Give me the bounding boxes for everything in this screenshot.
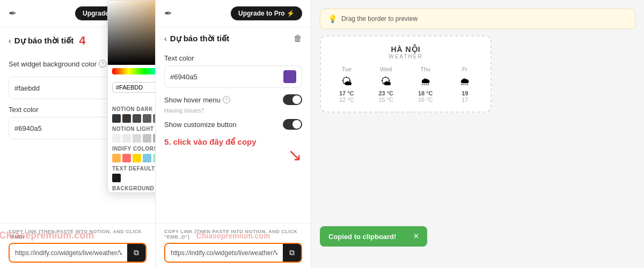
swatch-ic-4[interactable] — [143, 154, 151, 162]
having-issues-text: Having issues? — [164, 107, 302, 114]
step5-arrow: ↘ — [164, 145, 302, 165]
customize-btn-toggle[interactable] — [283, 119, 302, 130]
hex-label: HEX — [108, 96, 156, 102]
color-gradient[interactable] — [108, 1, 156, 65]
swatch-nl-3[interactable] — [133, 134, 141, 143]
day-temps-tue: 17 °C 12 °C — [330, 90, 364, 103]
text-color-value-right: #6940a5 — [170, 73, 279, 81]
color-hue-strip[interactable] — [112, 68, 156, 75]
hover-menu-toggle[interactable] — [283, 94, 302, 105]
left-panel: ✒ Upgrade to Pro ⚡ ‹ Dự báo thời tiết 4 … — [0, 0, 156, 268]
day-low-fr: 17 — [448, 96, 482, 103]
hover-menu-row: Show hover menu ? — [164, 94, 302, 105]
text-color-field-right[interactable]: #6940a5 — [164, 65, 302, 88]
day-icon-wed: 🌤 — [369, 76, 404, 88]
customize-btn-label: Show customize button — [164, 121, 236, 129]
logo-icon-left: ✒ — [9, 8, 17, 19]
weather-day-fr: Fr 🌧 19 17 — [448, 66, 482, 103]
copy-link-label-right: COPY LINK (THEN PASTE INTO NOTION, AND C… — [164, 229, 302, 240]
trash-icon[interactable]: 🗑 — [294, 34, 302, 43]
bg-color-label: Set widget background color ? — [9, 60, 106, 68]
swatch-nd-2[interactable] — [122, 114, 131, 123]
preview-tip: 💡 Drag the border to preview — [320, 9, 635, 29]
copied-toast: Copied to clipboard! × — [320, 226, 427, 247]
day-temps-thu: 18 °C 16 °C — [408, 90, 443, 103]
copy-link-row-left: ⧉ — [9, 243, 147, 263]
preview-panel: 💡 Drag the border to preview HÀ NỘI WEAT… — [311, 0, 644, 268]
weather-day-thu: Thu 🌧 18 °C 16 °C — [408, 66, 443, 103]
right-panel-content: Text color #6940a5 Show hover menu ? Hav… — [156, 48, 311, 223]
copy-link-btn-right[interactable]: ⧉ — [283, 244, 301, 262]
day-low-tue: 12 °C — [330, 96, 364, 103]
swatch-ic-1[interactable] — [112, 154, 121, 162]
day-icon-tue: 🌤 — [330, 76, 364, 88]
text-color-label-right: Text color — [164, 54, 302, 62]
day-temps-fr: 19 17 — [448, 90, 482, 103]
copy-link-row-right: ⧉ — [164, 243, 302, 263]
weather-city: HÀ NỘI — [330, 45, 482, 54]
hover-menu-label: Show hover menu ? — [164, 96, 230, 104]
copy-link-label-left: COPY LINK (THEN PASTE INTO NOTION, AND C… — [9, 229, 147, 240]
day-label-tue: Tue — [330, 66, 364, 72]
indify-colors-label: INDIFY COLORS — [108, 144, 156, 153]
copy-link-input-right[interactable] — [165, 245, 283, 261]
hover-menu-info-icon[interactable]: ? — [223, 96, 230, 103]
text-defaults-label: TEXT DEFAULTS — [108, 163, 156, 173]
day-label-wed: Wed — [369, 66, 404, 72]
copied-text: Copied to clipboard! — [328, 233, 396, 241]
notion-dark-swatches — [108, 113, 156, 124]
copy-link-section-left: COPY LINK (THEN PASTE INTO NOTION, AND C… — [0, 223, 155, 268]
upgrade-btn-right[interactable]: Upgrade to Pro ⚡ — [231, 6, 302, 20]
day-icon-fr: 🌧 — [448, 76, 482, 88]
text-color-swatch-right — [283, 70, 296, 83]
swatch-nd-1[interactable] — [112, 114, 121, 123]
day-high-wed: 23 °C — [369, 90, 404, 96]
day-temps-wed: 23 °C 15 °C — [369, 90, 404, 103]
breadcrumb-right: ‹ Dự báo thời tiết 🗑 — [156, 27, 311, 48]
day-high-tue: 17 °C — [330, 90, 364, 96]
copy-link-section-right: COPY LINK (THEN PASTE INTO NOTION, AND C… — [156, 223, 311, 268]
right-settings-panel: ✒ Upgrade to Pro ⚡ ‹ Dự báo thời tiết 🗑 … — [156, 0, 311, 268]
color-hex-input[interactable] — [112, 82, 156, 93]
swatch-td-1[interactable] — [112, 174, 121, 182]
step-number: 4 — [79, 34, 85, 48]
day-low-wed: 15 °C — [369, 96, 404, 103]
swatch-ic-3[interactable] — [133, 154, 141, 162]
page-title-left: Dự báo thời tiết — [14, 36, 74, 46]
weather-day-wed: Wed 🌤 23 °C 15 °C — [369, 66, 404, 103]
indify-swatches — [108, 153, 156, 163]
notion-dark-label: NOTION DARK — [108, 104, 156, 113]
weather-widget: HÀ NỘI WEATHER Tue 🌤 17 °C 12 °C Wed 🌤 2… — [320, 35, 492, 113]
weather-day-tue: Tue 🌤 17 °C 12 °C — [330, 66, 364, 103]
day-low-thu: 16 °C — [408, 96, 443, 103]
swatch-nd-3[interactable] — [133, 114, 141, 123]
notion-light-swatches — [108, 133, 156, 144]
bg-color-info-icon[interactable]: ? — [99, 60, 106, 68]
back-arrow-right[interactable]: ‹ — [164, 34, 167, 43]
tip-text: Drag the border to preview — [341, 15, 418, 23]
day-high-thu: 18 °C — [408, 90, 443, 96]
bg-defaults-label: BACKGROUND DEFAULTS — [108, 183, 156, 192]
swatch-nl-4[interactable] — [143, 134, 151, 143]
text-default-swatches — [108, 173, 156, 183]
color-hex-wrap: ⌃⌄ — [108, 78, 156, 96]
notion-light-label: NOTION LIGHT — [108, 124, 156, 133]
logo-icon-right: ✒ — [164, 8, 172, 19]
swatch-ic-2[interactable] — [122, 154, 131, 162]
weather-days: Tue 🌤 17 °C 12 °C Wed 🌤 23 °C 15 °C Thu … — [330, 66, 482, 103]
day-high-fr: 19 — [448, 90, 482, 96]
tip-icon: 💡 — [328, 14, 337, 23]
day-icon-thu: 🌧 — [408, 76, 443, 88]
copied-close-btn[interactable]: × — [414, 232, 419, 241]
swatch-nl-2[interactable] — [122, 134, 131, 143]
copy-link-input-left[interactable] — [10, 245, 127, 261]
back-arrow-left[interactable]: ‹ — [9, 36, 11, 45]
day-label-thu: Thu — [408, 66, 443, 72]
customize-btn-row: Show customize button — [164, 119, 302, 130]
right-settings-header: ✒ Upgrade to Pro ⚡ — [156, 0, 311, 27]
swatch-nl-1[interactable] — [112, 134, 121, 143]
swatch-nd-4[interactable] — [143, 114, 151, 123]
copy-link-btn-left[interactable]: ⧉ — [127, 244, 145, 262]
weather-subtitle: WEATHER — [330, 54, 482, 59]
page-title-right: Dự báo thời tiết — [170, 34, 230, 43]
